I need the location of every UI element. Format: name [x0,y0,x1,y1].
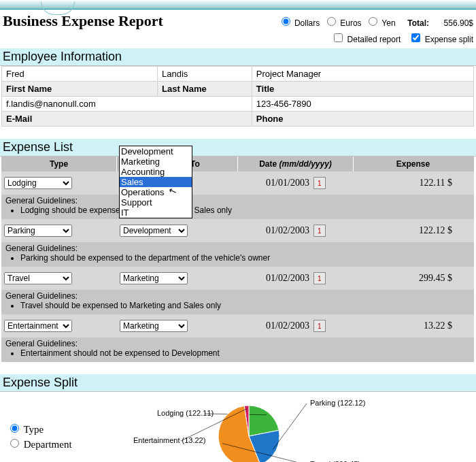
currency-dollars[interactable]: Dollars [278,18,320,28]
dropdown-option[interactable]: Operations [120,187,192,197]
guideline-text: Lodging should be expensed to Accounting… [20,205,470,215]
expense-row: LodgingAccounting01/01/20031122.11 $ [1,171,474,195]
option-expense-split[interactable]: Expense split [409,31,473,44]
guideline-header: General Guidelines: [5,244,470,253]
amount-value: 299.45 $ [354,271,473,285]
amount-value: 122.11 $ [354,176,473,190]
page-title: Business Expense Report [3,12,163,30]
dropdown-option[interactable]: Marketing [120,156,192,167]
dropdown-popup-expense-to[interactable]: DevelopmentMarketingAccountingSalesOpera… [119,146,192,218]
type-select[interactable]: Lodging [4,177,72,189]
section-employee-information: Employee Information [0,48,476,66]
amount-value: 13.22 $ [354,319,473,333]
first-name-value: Fred [2,67,158,82]
calendar-icon[interactable]: 1 [313,177,326,189]
split-by-group: Type Department [7,420,72,452]
date-value: 01/02/2003 [266,225,309,236]
calendar-icon[interactable]: 1 [313,272,326,284]
section-expense-split: Expense Split [0,374,476,392]
date-value: 01/02/2003 [266,320,309,331]
option-detailed-report[interactable]: Detailed report [331,31,401,44]
title-header: Title [252,82,473,97]
pie-label-lodging: Lodging (122.11) [157,409,214,417]
last-name-value: Landis [158,67,252,82]
guideline: General Guidelines:Travel should be expe… [1,290,474,314]
dropdown-option[interactable]: IT [120,208,192,218]
guideline: General Guidelines:Entertainment should … [1,337,474,362]
dropdown-option[interactable]: Support [120,197,192,208]
expense-row: ParkingDevelopment01/02/20031122.12 $ [1,219,474,242]
date-value: 01/02/2003 [266,273,309,284]
expense-row: EntertainmentMarketing01/02/2003113.22 $ [1,314,474,337]
section-expense-list: Expense List [0,139,476,156]
expense-to-select[interactable]: Marketing [120,272,188,284]
total-label: Total: [407,18,429,28]
guideline-text: Travel should be expensed to Marketing a… [20,301,470,310]
last-name-header: Last Name [158,82,252,97]
type-select[interactable]: Parking [4,225,72,237]
type-select[interactable]: Travel [4,272,72,284]
guideline: General Guidelines:Lodging should be exp… [1,195,474,219]
col-date: Date (mm/dd/yyyy) [238,156,354,171]
dropdown-option[interactable]: Sales [120,177,192,187]
type-select[interactable]: Entertainment [4,320,72,332]
pie-chart: Lodging (122.11)Parking (122.12)Travel (… [92,399,378,462]
first-name-header: First Name [2,82,158,97]
currency-euros[interactable]: Euros [324,18,362,28]
guideline-header: General Guidelines: [5,291,470,301]
expense-header-row: Type Expense To Date (mm/dd/yyyy) Expens… [1,156,474,171]
guideline-header: General Guidelines: [5,339,470,348]
pie-label-entertainment: Entertainment (13.22) [133,436,205,444]
employee-info-table: Fred Landis Project Manager First Name L… [1,66,474,127]
split-by-type[interactable]: Type [7,422,72,435]
col-type: Type [1,156,117,171]
pie-label-parking: Parking (122.12) [310,399,365,407]
calendar-icon[interactable]: 1 [313,320,326,332]
guideline-text: Parking should be expensed to the depart… [20,253,470,263]
total-value: 556.90$ [444,18,473,28]
title-value: Project Manager [252,67,473,82]
calendar-icon[interactable]: 1 [313,225,326,237]
phone-value: 123-456-7890 [252,97,473,112]
dropdown-option[interactable]: Development [120,146,192,156]
amount-value: 122.12 $ [354,224,473,237]
expense-to-select[interactable]: Marketing [120,320,188,332]
header-controls: Dollars Euros Yen Total: 556.90$ [278,15,473,28]
email-value: f.landis@nanonull.com [2,97,252,112]
guideline-text: Entertainment should not be expensed to … [20,348,470,358]
email-header: E-Mail [2,112,252,127]
expense-row: TravelMarketing01/02/20031299.45 $ [1,267,474,290]
phone-header: Phone [252,112,473,127]
guideline: General Guidelines:Parking should be exp… [1,242,474,267]
guideline-header: General Guidelines: [5,196,470,205]
date-value: 01/01/2003 [266,178,309,188]
currency-yen[interactable]: Yen [365,18,395,28]
dropdown-option[interactable]: Accounting [120,167,192,177]
expense-to-select[interactable]: Development [120,225,188,237]
col-expense: Expense [354,156,473,171]
split-by-department[interactable]: Department [7,437,72,450]
